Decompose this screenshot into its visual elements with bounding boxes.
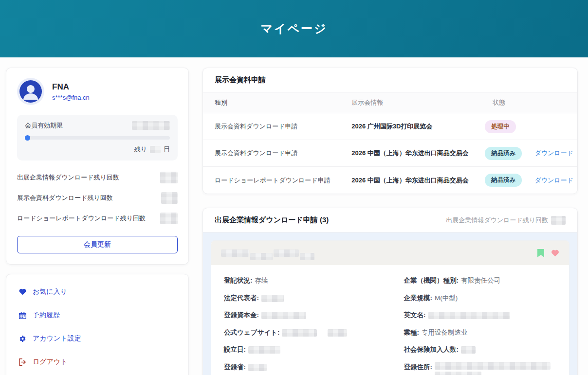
avatar xyxy=(17,78,44,105)
table-row: 展示会資料ダウンロード申請 2026 中国（上海）华东进出口商品交易会 納品済み… xyxy=(203,140,577,167)
counter-row: 出展企業情報ダウンロード残り回数 xyxy=(17,167,178,188)
company-section-head: 出展企業情報ダウンロード申請 (3) 出展企業情報ダウンロード残り回数 xyxy=(203,208,577,232)
membership-progress-bar xyxy=(25,136,170,140)
company-remaining: 出展企業情報ダウンロード残り回数 xyxy=(446,216,566,225)
nav-item-favorites[interactable]: お気に入り xyxy=(6,280,188,304)
membership-remaining: 残り 日 xyxy=(25,145,170,154)
counter-row: 展示会資料ダウンロード残り回数 xyxy=(17,188,178,208)
column-header-status: 状態 xyxy=(485,98,566,107)
membership-progress-dot xyxy=(25,135,30,141)
applications-card-head: 展示会資料申請 xyxy=(203,68,577,92)
field-registered-province: 登録省: xyxy=(224,358,377,375)
download-counters: 出展企業情報ダウンロード残り回数 展示会資料ダウンロード残り回数 ロードショーレ… xyxy=(17,167,178,229)
field-company-size: 企業規模:M(中型) xyxy=(404,289,557,307)
counter-label: ロードショーレポートダウンロード残り回数 xyxy=(17,214,146,223)
counter-value-redacted xyxy=(160,213,178,224)
main-area: 展示会資料申請 種別 展示会情報 状態 展示会資料ダウンロード申請 2026 广… xyxy=(202,68,578,375)
page-header: マイページ xyxy=(0,0,588,57)
column-header-type: 種別 xyxy=(215,98,351,107)
profile-head: FNA s***s@fna.cn xyxy=(17,78,178,105)
download-link[interactable]: ダウンロード xyxy=(534,149,573,158)
field-registered-address: 登録住所: xyxy=(404,358,557,375)
applications-title: 展示会資料申請 xyxy=(215,75,266,85)
exhibition-name: 2026 中国（上海）华东进出口商品交易会 xyxy=(351,176,485,185)
company-remaining-label: 出展企業情報ダウンロード残り回数 xyxy=(446,216,548,225)
company-section-title: 出展企業情報ダウンロード申請 (3) xyxy=(215,215,329,225)
membership-label: 会員有効期限 xyxy=(25,121,63,130)
membership-value-redacted xyxy=(132,121,170,130)
profile-card: FNA s***s@fna.cn 会員有効期限 残り 日 xyxy=(6,68,189,265)
application-type: 展示会資料ダウンロード申請 xyxy=(215,122,351,131)
bookmark-icon[interactable] xyxy=(537,249,544,257)
remaining-days-redacted xyxy=(150,146,161,153)
field-registration-status: 登記状況:存续 xyxy=(224,272,377,289)
nav-item-label: 予約履歴 xyxy=(33,311,60,320)
counter-row: ロードショーレポートダウンロード残り回数 xyxy=(17,208,178,229)
company-name-redacted xyxy=(221,250,314,257)
nav-item-reservations[interactable]: 予約履歴 xyxy=(6,304,188,327)
counter-label: 出展企業情報ダウンロード残り回数 xyxy=(17,173,119,182)
left-sidebar: FNA s***s@fna.cn 会員有効期限 残り 日 xyxy=(6,68,189,375)
nav-card: お気に入り 予約履歴 アカウント設定 xyxy=(6,274,189,375)
download-link[interactable]: ダウンロード xyxy=(534,176,573,185)
nav-item-logout[interactable]: ログアウト xyxy=(6,350,188,374)
renew-membership-button[interactable]: 会員更新 xyxy=(17,236,178,253)
details-left-column: 登記状況:存续 法定代表者: 登録資本金: 公式ウェブサイト: xyxy=(224,272,377,375)
status-badge: 処理中 xyxy=(485,120,516,133)
nav-item-label: ログアウト xyxy=(33,357,68,366)
favorite-heart-icon[interactable] xyxy=(551,250,559,257)
field-english-name: 英文名: xyxy=(404,306,557,324)
status-badge: 納品済み xyxy=(485,147,522,160)
company-section-body: 登記状況:存续 法定代表者: 登録資本金: 公式ウェブサイト: xyxy=(203,232,577,375)
field-establishment-date: 設立日: xyxy=(224,341,377,358)
membership-box: 会員有効期限 残り 日 xyxy=(17,115,178,161)
exhibition-applications-card: 展示会資料申請 種別 展示会情報 状態 展示会資料ダウンロード申請 2026 广… xyxy=(202,68,578,194)
field-social-insurance-count: 社会保険加入人数: xyxy=(404,341,557,358)
profile-identity: FNA s***s@fna.cn xyxy=(52,82,90,101)
remaining-suffix: 日 xyxy=(164,145,170,154)
gear-icon xyxy=(18,335,26,342)
counter-value-redacted xyxy=(161,192,178,204)
nav-item-account-settings[interactable]: アカウント設定 xyxy=(6,327,188,350)
user-email: s***s@fna.cn xyxy=(52,94,90,101)
company-result-card: 登記状況:存续 法定代表者: 登録資本金: 公式ウェブサイト: xyxy=(211,240,570,375)
company-remaining-value-redacted xyxy=(551,216,566,225)
status-badge: 納品済み xyxy=(485,174,522,187)
counter-label: 展示会資料ダウンロード残り回数 xyxy=(17,194,113,202)
field-company-type: 企業（機関）種別:有限责任公司 xyxy=(404,272,557,289)
company-card-head xyxy=(211,241,569,265)
exhibition-name: 2026 广州国际3D打印展览会 xyxy=(351,122,485,131)
my-page: マイページ xyxy=(0,0,588,375)
field-official-website: 公式ウェブサイト: xyxy=(224,324,377,341)
table-row: 展示会資料ダウンロード申請 2026 广州国际3D打印展览会 処理中 xyxy=(203,113,577,140)
logout-icon xyxy=(18,358,26,366)
heart-icon xyxy=(18,288,26,296)
content-area: FNA s***s@fna.cn 会員有効期限 残り 日 xyxy=(0,57,588,375)
column-header-exhibition: 展示会情報 xyxy=(351,98,485,107)
company-card-actions xyxy=(537,249,559,257)
user-name: FNA xyxy=(52,82,90,92)
application-type: ロードショーレポートダウンロード申請 xyxy=(215,176,351,185)
nav-item-label: お気に入り xyxy=(33,287,67,296)
company-info-card: 出展企業情報ダウンロード申請 (3) 出展企業情報ダウンロード残り回数 xyxy=(202,208,578,375)
company-details: 登記状況:存续 法定代表者: 登録資本金: 公式ウェブサイト: xyxy=(211,265,569,375)
application-type: 展示会資料ダウンロード申請 xyxy=(215,149,351,158)
remaining-prefix: 残り xyxy=(134,145,147,154)
user-icon xyxy=(19,80,42,103)
table-row: ロードショーレポートダウンロード申請 2026 中国（上海）华东进出口商品交易会… xyxy=(203,167,577,194)
nav-item-label: アカウント設定 xyxy=(33,334,81,343)
field-legal-representative: 法定代表者: xyxy=(224,289,377,307)
details-right-column: 企業（機関）種別:有限责任公司 企業規模:M(中型) 英文名: 業種:专用设备制… xyxy=(404,272,557,375)
exhibition-name: 2026 中国（上海）华东进出口商品交易会 xyxy=(351,149,485,158)
field-registered-capital: 登録資本金: xyxy=(224,306,377,324)
table-header-row: 種別 展示会情報 状態 xyxy=(203,92,577,113)
field-industry: 業種:专用设备制造业 xyxy=(404,324,557,341)
calendar-icon xyxy=(18,311,26,319)
counter-value-redacted xyxy=(160,172,178,183)
page-title: マイページ xyxy=(260,21,327,36)
